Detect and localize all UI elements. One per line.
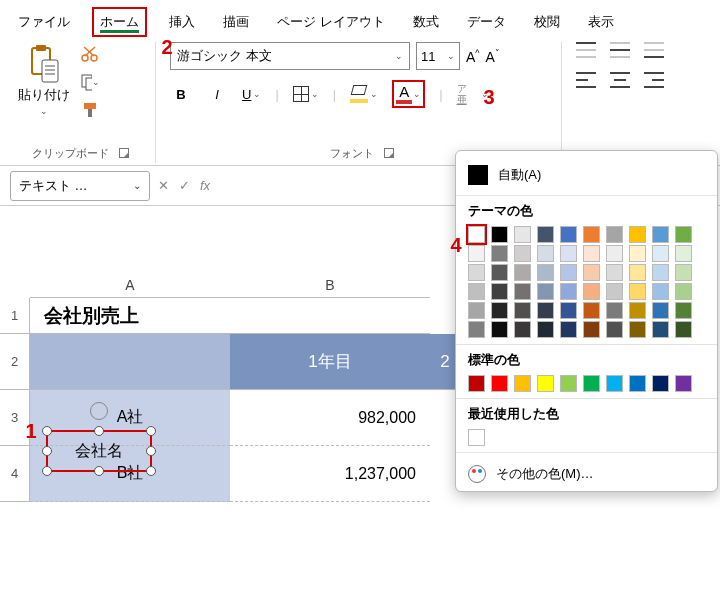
cell-a1[interactable]: 会社別売上 [30, 298, 230, 334]
color-swatch[interactable] [514, 302, 531, 319]
fill-color-button[interactable]: ⌄ [350, 85, 378, 103]
tab-home[interactable]: ホーム [92, 7, 147, 37]
grow-font-button[interactable]: A^ [466, 48, 480, 65]
color-swatch[interactable] [629, 321, 646, 338]
color-swatch[interactable] [606, 302, 623, 319]
automatic-color-row[interactable]: 自動(A) [468, 161, 705, 189]
color-swatch[interactable] [468, 264, 485, 281]
color-swatch[interactable] [468, 302, 485, 319]
color-swatch[interactable] [537, 321, 554, 338]
color-swatch[interactable] [629, 302, 646, 319]
color-swatch[interactable] [491, 283, 508, 300]
tab-draw[interactable]: 描画 [217, 9, 255, 35]
borders-button[interactable]: ⌄ [293, 86, 319, 102]
tab-page-layout[interactable]: ページ レイアウト [271, 9, 391, 35]
color-swatch[interactable] [675, 245, 692, 262]
color-swatch[interactable] [652, 375, 669, 392]
tab-view[interactable]: 表示 [582, 9, 620, 35]
color-swatch[interactable] [606, 245, 623, 262]
color-swatch[interactable] [468, 429, 485, 446]
resize-handle[interactable] [94, 466, 104, 476]
cell-a2[interactable] [30, 334, 230, 390]
more-colors-button[interactable]: その他の色(M)… [468, 459, 705, 483]
color-swatch[interactable] [675, 283, 692, 300]
color-swatch[interactable] [537, 375, 554, 392]
color-swatch[interactable] [583, 321, 600, 338]
color-swatch[interactable] [468, 283, 485, 300]
resize-handle[interactable] [42, 426, 52, 436]
tab-data[interactable]: データ [461, 9, 512, 35]
color-swatch[interactable] [583, 375, 600, 392]
color-swatch[interactable] [560, 245, 577, 262]
cancel-entry-button[interactable]: ✕ [158, 178, 169, 193]
color-swatch[interactable] [514, 321, 531, 338]
font-color-button[interactable]: A ⌄ [392, 80, 425, 108]
color-swatch[interactable] [514, 226, 531, 243]
color-swatch[interactable] [491, 321, 508, 338]
resize-handle[interactable] [42, 446, 52, 456]
color-swatch[interactable] [468, 375, 485, 392]
resize-handle[interactable] [146, 426, 156, 436]
color-swatch[interactable] [606, 283, 623, 300]
color-swatch[interactable] [652, 264, 669, 281]
color-swatch[interactable] [652, 321, 669, 338]
color-swatch[interactable] [514, 264, 531, 281]
color-swatch[interactable] [675, 226, 692, 243]
color-swatch[interactable] [468, 226, 485, 243]
font-dialog-launcher[interactable] [384, 148, 394, 158]
color-swatch[interactable] [537, 245, 554, 262]
color-swatch[interactable] [514, 245, 531, 262]
bold-button[interactable]: B [170, 87, 192, 102]
color-swatch[interactable] [675, 375, 692, 392]
color-swatch[interactable] [537, 302, 554, 319]
color-swatch[interactable] [537, 226, 554, 243]
italic-button[interactable]: I [206, 87, 228, 102]
color-swatch[interactable] [514, 375, 531, 392]
color-swatch[interactable] [606, 321, 623, 338]
cell-b1[interactable] [230, 298, 430, 334]
cell-b4[interactable]: 1,237,000 [230, 446, 430, 502]
color-swatch[interactable] [675, 264, 692, 281]
color-swatch[interactable] [629, 245, 646, 262]
color-swatch[interactable] [560, 226, 577, 243]
tab-formulas[interactable]: 数式 [407, 9, 445, 35]
color-swatch[interactable] [583, 245, 600, 262]
shrink-font-button[interactable]: A˅ [486, 48, 500, 65]
color-swatch[interactable] [491, 226, 508, 243]
tab-insert[interactable]: 挿入 [163, 9, 201, 35]
align-center-button[interactable] [610, 72, 630, 88]
phonetic-guide-button[interactable]: ア 亜 [457, 84, 467, 105]
color-swatch[interactable] [583, 283, 600, 300]
clipboard-dialog-launcher[interactable] [119, 148, 129, 158]
color-swatch[interactable] [652, 245, 669, 262]
font-size-select[interactable]: 11 ⌄ [416, 42, 460, 70]
row-header-1[interactable]: 1 [0, 298, 30, 334]
color-swatch[interactable] [560, 302, 577, 319]
color-swatch[interactable] [629, 226, 646, 243]
cell-b2[interactable]: 1年目 [230, 334, 430, 390]
color-swatch[interactable] [491, 264, 508, 281]
align-bottom-button[interactable] [644, 42, 664, 58]
cut-button[interactable] [80, 44, 100, 64]
row-header-2[interactable]: 2 [0, 334, 30, 390]
color-swatch[interactable] [560, 264, 577, 281]
color-swatch[interactable] [629, 375, 646, 392]
color-swatch[interactable] [606, 375, 623, 392]
resize-handle[interactable] [146, 466, 156, 476]
color-swatch[interactable] [560, 375, 577, 392]
color-swatch[interactable] [537, 264, 554, 281]
resize-handle[interactable] [94, 426, 104, 436]
align-left-button[interactable] [576, 72, 596, 88]
color-swatch[interactable] [606, 226, 623, 243]
color-swatch[interactable] [560, 321, 577, 338]
color-swatch[interactable] [652, 283, 669, 300]
color-swatch[interactable] [491, 302, 508, 319]
tab-review[interactable]: 校閲 [528, 9, 566, 35]
underline-button[interactable]: U ⌄ [242, 87, 261, 102]
color-swatch[interactable] [629, 264, 646, 281]
color-swatch[interactable] [491, 375, 508, 392]
align-right-button[interactable] [644, 72, 664, 88]
color-swatch[interactable] [468, 321, 485, 338]
row-header-4[interactable]: 4 [0, 446, 30, 502]
color-swatch[interactable] [675, 321, 692, 338]
